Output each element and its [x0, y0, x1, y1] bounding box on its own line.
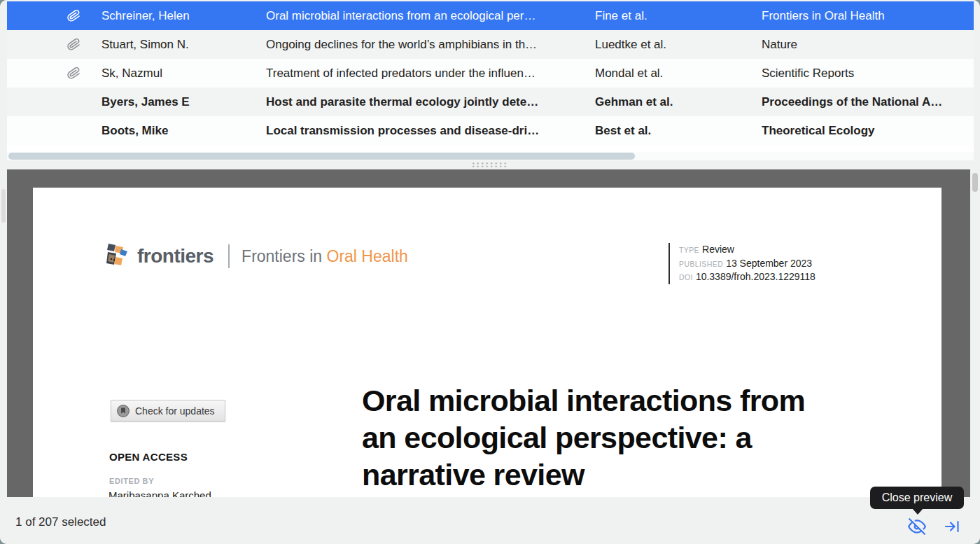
left-scrollbar-thumb[interactable] — [1, 189, 6, 223]
citation-cell: Fine et al. — [595, 9, 755, 23]
journal-name-highlight: Oral Health — [327, 247, 408, 265]
meta-doi-line: DOI10.3389/froh.2023.1229118 — [679, 270, 816, 284]
author-cell: Byers, James E — [102, 95, 259, 109]
preview-vertical-scrollbar-thumb[interactable] — [972, 173, 978, 192]
horizontal-scrollbar-thumb[interactable] — [8, 153, 635, 160]
open-access-label: OPEN ACCESS — [109, 451, 188, 463]
title-cell: Ongoing declines for the world’s amphibi… — [266, 38, 592, 52]
close-preview-tooltip: Close preview — [870, 487, 964, 509]
app-window: Schreiner, Helen Oral microbial interact… — [0, 0, 980, 544]
status-bar: 1 of 207 selected — [0, 497, 980, 544]
title-cell: Treatment of infected predators under th… — [266, 67, 592, 81]
frontiers-logo-icon — [106, 243, 129, 270]
preview-vertical-scrollbar-track[interactable] — [970, 169, 980, 497]
pdf-preview-pane: frontiers Frontiers in Oral Health TYPER… — [7, 169, 970, 497]
close-preview-button[interactable] — [907, 517, 927, 536]
title-cell: Host and parasite thermal ecology jointl… — [266, 95, 592, 109]
table-row[interactable]: Stuart, Simon N. Ongoing declines for th… — [7, 30, 974, 59]
attachment-paperclip-icon — [67, 38, 83, 52]
author-cell: Schreiner, Helen — [102, 9, 259, 23]
open-details-panel-button[interactable] — [942, 517, 962, 536]
journal-cell: Theoretical Ecology — [762, 124, 972, 138]
title-cell: Local transmission processes and disease… — [266, 124, 592, 138]
arrow-to-bar-icon — [944, 518, 960, 535]
meta-type-line: TYPEReview — [679, 243, 816, 257]
article-meta-block: TYPEReview PUBLISHED13 September 2023 DO… — [668, 243, 816, 284]
author-cell: Boots, Mike — [102, 124, 259, 138]
journal-divider-line — [228, 244, 230, 268]
left-edge-strip — [0, 169, 7, 497]
pdf-page: frontiers Frontiers in Oral Health TYPER… — [33, 188, 941, 497]
table-row[interactable]: Sk, Nazmul Treatment of infected predato… — [7, 59, 974, 88]
citation-cell: Best et al. — [595, 124, 755, 138]
attachment-paperclip-icon — [67, 67, 83, 81]
author-cell: Stuart, Simon N. — [102, 38, 259, 52]
splitter-grip-dots-icon — [471, 162, 507, 168]
check-updates-label: Check for updates — [135, 405, 215, 417]
paper-title: Oral microbial interactions from an ecol… — [362, 382, 805, 494]
citation-cell: Mondal et al. — [595, 67, 755, 81]
crossmark-badge-icon — [116, 404, 130, 418]
eye-off-icon — [908, 517, 926, 536]
journal-cell: Proceedings of the National A… — [762, 95, 972, 109]
table-row[interactable]: Byers, James E Host and parasite thermal… — [7, 88, 974, 116]
title-cell: Oral microbial interactions from an ecol… — [266, 9, 592, 23]
citation-cell: Luedtke et al. — [595, 38, 755, 52]
edited-by-label: EDITED BY — [109, 477, 154, 485]
tooltip-arrow — [912, 508, 923, 515]
journal-cell: Frontiers in Oral Health — [762, 9, 972, 23]
journal-cell: Nature — [762, 38, 972, 52]
reference-table: Schreiner, Helen Oral microbial interact… — [7, 1, 974, 152]
pane-splitter[interactable] — [0, 160, 980, 169]
attachment-paperclip-icon — [67, 9, 83, 23]
editor-name: Maribasappa Karched, — [108, 489, 214, 497]
journal-cell: Scientific Reports — [762, 67, 972, 81]
table-row[interactable]: Schreiner, Helen Oral microbial interact… — [7, 1, 974, 30]
frontiers-wordmark: frontiers — [137, 245, 214, 267]
publisher-header: frontiers Frontiers in Oral Health — [106, 241, 408, 272]
check-for-updates-button[interactable]: Check for updates — [111, 400, 225, 421]
table-row[interactable]: Boots, Mike Local transmission processes… — [7, 116, 974, 145]
journal-name: Frontiers in Oral Health — [241, 247, 408, 266]
selection-count: 1 of 207 selected — [15, 515, 106, 529]
reference-list-pane: Schreiner, Helen Oral microbial interact… — [0, 0, 980, 169]
author-cell: Sk, Nazmul — [102, 67, 259, 81]
citation-cell: Gehman et al. — [595, 95, 755, 109]
horizontal-scrollbar-track[interactable] — [7, 152, 974, 160]
meta-published-line: PUBLISHED13 September 2023 — [679, 257, 816, 271]
